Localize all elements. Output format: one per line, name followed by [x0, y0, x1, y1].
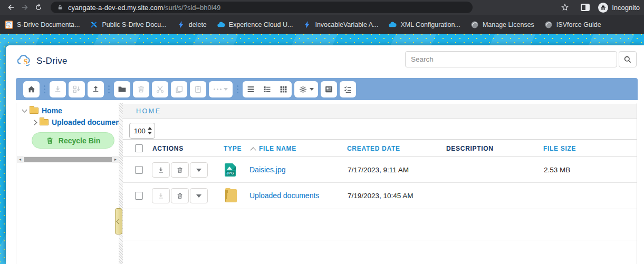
- created-date-cell: 7/19/2023, 10:45 AM: [348, 192, 414, 200]
- collapse-panel-handle[interactable]: [115, 208, 122, 234]
- toolbar-preview-panel-button[interactable]: [321, 81, 337, 97]
- bookmark-isvforce-guide[interactable]: ISVforce Guide: [544, 21, 601, 29]
- trash-icon: [46, 136, 54, 145]
- toolbar-multi-download-button[interactable]: [69, 81, 85, 97]
- globe-icon: [544, 21, 553, 29]
- scroll-left-arrow[interactable]: ◄: [17, 156, 23, 163]
- column-header-type[interactable]: TYPE: [224, 145, 242, 152]
- tree-item-uploaded-documents[interactable]: Uploaded documents: [33, 118, 119, 126]
- search-button[interactable]: [619, 51, 637, 67]
- bookmark-experience-cloud[interactable]: Experience Cloud U...: [217, 21, 293, 29]
- toolbar-upload-button[interactable]: [88, 81, 104, 97]
- bookmark-public-sdrive-docs[interactable]: Public S-Drive Docu...: [90, 21, 166, 29]
- side-panel-button[interactable]: [578, 1, 592, 14]
- browser-toolbar: cyangate-a-dev-ed.my.site.com/surl/s/?si…: [0, 0, 644, 15]
- incognito-icon: [598, 3, 608, 13]
- row-download-button[interactable]: [152, 188, 170, 203]
- tree-item-label: Uploaded documents: [52, 118, 119, 126]
- bookmark-label: Manage Licenses: [483, 21, 534, 28]
- search-input[interactable]: [405, 51, 617, 67]
- chevron-down-icon: [196, 194, 201, 198]
- panel-splitter[interactable]: [119, 103, 123, 264]
- reload-icon: [34, 3, 43, 12]
- trash-icon: [176, 167, 184, 174]
- tree-item-home[interactable]: Home: [23, 106, 62, 115]
- cloud-icon: [388, 21, 397, 29]
- breadcrumb[interactable]: HOME: [136, 107, 161, 115]
- row-delete-button[interactable]: [171, 188, 189, 203]
- reload-button[interactable]: [32, 1, 45, 14]
- folder-name-link[interactable]: Uploaded documents: [249, 191, 319, 200]
- chevron-down-icon[interactable]: [22, 107, 27, 113]
- row-checkbox[interactable]: [135, 192, 143, 200]
- forward-button[interactable]: [18, 1, 32, 14]
- recycle-bin-button[interactable]: Recycle Bin: [32, 132, 114, 149]
- search-icon: [623, 55, 632, 64]
- toolbar: [16, 78, 638, 100]
- bookmark-label: Experience Cloud U...: [229, 21, 293, 28]
- bookmark-manage-licenses[interactable]: Manage Licenses: [470, 21, 534, 29]
- folder-icon: [225, 189, 237, 202]
- download-icon: [157, 192, 165, 200]
- file-name-link[interactable]: Daisies.jpg: [249, 165, 285, 174]
- trash-icon: [176, 192, 184, 200]
- bookmark-xml-configuration[interactable]: XML Configuration...: [388, 21, 460, 29]
- bookmarks-bar: S S-Drive Documenta... Public S-Drive Do…: [0, 15, 644, 34]
- bookmark-label: S-Drive Documenta...: [17, 21, 80, 28]
- grid-view-icon: [279, 85, 288, 94]
- row-download-button[interactable]: [152, 162, 170, 178]
- row-delete-button[interactable]: [171, 162, 189, 178]
- toolbar-more-actions-button[interactable]: [209, 81, 233, 97]
- bookmark-sdrive-documentation[interactable]: S S-Drive Documenta...: [5, 21, 80, 29]
- sdrive-favicon: S: [5, 21, 13, 29]
- scrollbar-thumb[interactable]: [24, 157, 112, 162]
- row-actions: [152, 162, 208, 178]
- toolbar-new-folder-button[interactable]: [114, 81, 130, 97]
- bookmark-invocablevariable[interactable]: InvocableVariable A...: [303, 21, 378, 29]
- toolbar-home-button[interactable]: [23, 81, 40, 97]
- bookmark-star-button[interactable]: [558, 1, 572, 14]
- row-checkbox[interactable]: [135, 166, 143, 174]
- lock-icon[interactable]: [57, 4, 63, 11]
- scroll-right-arrow[interactable]: ►: [112, 156, 119, 163]
- detail-view-button[interactable]: [259, 81, 275, 97]
- stepper-arrows[interactable]: [148, 127, 152, 134]
- toolbar-settings-button[interactable]: [294, 81, 318, 97]
- column-header-file-name[interactable]: FILE NAME: [259, 145, 296, 152]
- sdrive-app-card: S S-Drive: [6, 45, 644, 264]
- star-icon: [561, 3, 569, 12]
- column-header-file-size[interactable]: FILE SIZE: [543, 145, 576, 152]
- folder-icon: [40, 119, 49, 125]
- chevron-down-icon: [310, 88, 314, 91]
- tree-item-label: Home: [42, 106, 62, 115]
- row-more-button[interactable]: [190, 162, 208, 178]
- folder-icon: [118, 85, 127, 94]
- column-header-created-date[interactable]: CREATED DATE: [347, 145, 400, 152]
- bookmark-label: Public S-Drive Docu...: [102, 21, 166, 28]
- grid-view-button[interactable]: [275, 81, 292, 97]
- bookmark-label: InvocableVariable A...: [315, 21, 378, 28]
- page-size-value: 100: [134, 127, 148, 135]
- row-more-button[interactable]: [190, 188, 208, 203]
- page-size-stepper[interactable]: 100: [129, 123, 155, 139]
- toolbar-delete-button[interactable]: [133, 81, 149, 97]
- home-icon: [27, 85, 36, 94]
- toolbar-select-all-button[interactable]: [340, 81, 356, 97]
- chevron-right-icon[interactable]: [32, 120, 37, 125]
- bookmark-delete[interactable]: delete: [177, 21, 207, 29]
- back-button[interactable]: [4, 1, 18, 14]
- bookmark-label: delete: [189, 21, 207, 28]
- toolbar-download-button[interactable]: [50, 81, 66, 97]
- toolbar-separator: [44, 85, 45, 93]
- list-view-button[interactable]: [243, 81, 259, 97]
- select-all-checkbox[interactable]: [135, 144, 143, 152]
- bookmark-label: XML Configuration...: [400, 21, 460, 28]
- detail-view-icon: [263, 85, 272, 94]
- table-row: JPG Daisies.jpg 7/17/2023, 9:11 AM 2.53 …: [123, 157, 637, 183]
- toolbar-paste-button[interactable]: [190, 81, 206, 97]
- ellipsis-icon: [214, 89, 222, 90]
- toolbar-cut-button[interactable]: [152, 81, 168, 97]
- address-bar[interactable]: cyangate-a-dev-ed.my.site.com/surl/s/?si…: [51, 2, 473, 13]
- toolbar-copy-button[interactable]: [171, 81, 187, 97]
- globe-icon: [470, 21, 479, 29]
